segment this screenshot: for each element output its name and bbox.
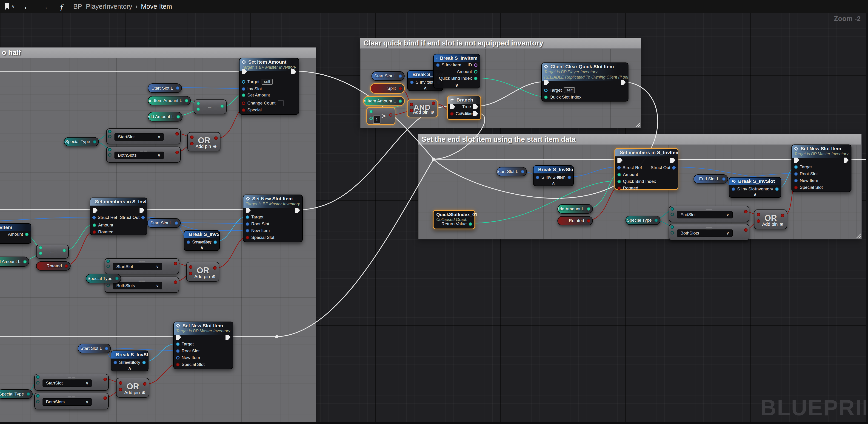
pin-enum-in[interactable] — [108, 148, 112, 151]
breadcrumb-blueprint[interactable]: BP_PlayerInventory — [73, 3, 132, 10]
pin-struct-ref[interactable]: Struct Ref — [617, 165, 642, 170]
variable-pill-start-slot-end[interactable]: Start Slot L — [497, 167, 527, 176]
pin-target[interactable]: Target — [246, 215, 264, 220]
pin-exec[interactable] — [190, 135, 193, 139]
pin-root-slot[interactable]: Root Slot — [176, 349, 199, 354]
graph-canvas[interactable]: Zoom -2 BLUEPRINT o halfClear quick bind… — [0, 13, 868, 424]
pin-id[interactable]: ID — [468, 63, 477, 68]
pin-new-item[interactable]: New Item — [246, 228, 270, 233]
node-break-invslot-right[interactable]: Break S_InvSlotS Inv SlotInventory∧ — [729, 177, 781, 198]
variable-pill-split[interactable]: Split — [370, 83, 405, 94]
pin-item[interactable]: Item — [557, 175, 571, 180]
pin-struct-out[interactable]: Struct Out — [651, 165, 675, 170]
pin-target[interactable]: Targetself — [242, 79, 273, 85]
op-node-greater[interactable]: >1 — [366, 107, 395, 125]
pin-result-out[interactable] — [744, 210, 748, 214]
node-set-new-slot-item-right[interactable]: Set New Slot ItemTarget is BP Master Inv… — [792, 144, 851, 192]
add-pin-button[interactable]: Add pin⊕ — [194, 274, 216, 279]
pin-exec[interactable] — [93, 208, 98, 213]
node-break-invitem-left[interactable]: Break S_InvItemS Inv ItemAmount∨ — [0, 223, 31, 244]
enum-dropdown[interactable]: StartSlot∨ — [113, 263, 162, 270]
pin-result-out[interactable] — [103, 396, 107, 400]
variable-pin-icon[interactable] — [105, 347, 108, 350]
variable-pill-add-amount-left[interactable]: Add Amount L — [0, 257, 29, 267]
pin-enum-in[interactable] — [36, 375, 39, 379]
pin-result-out[interactable] — [174, 281, 177, 284]
variable-pin-icon[interactable] — [27, 392, 30, 396]
pin-exec[interactable] — [544, 80, 549, 85]
pin-target[interactable]: Targetself — [544, 87, 575, 93]
pin-root-slot[interactable]: Root Slot — [794, 171, 818, 176]
pin-enum-in[interactable] — [36, 394, 39, 398]
variable-pin-icon[interactable] — [185, 99, 188, 102]
pin-s-inv-slot[interactable]: S Inv Slot — [732, 187, 756, 192]
node-quickslotindex[interactable]: QuickSlotIndex_01Collapsed GraphReturn V… — [433, 210, 475, 229]
pin-exec[interactable] — [176, 335, 181, 340]
pin-true[interactable]: True — [462, 104, 478, 109]
breadcrumb-graph[interactable]: Move Item — [141, 3, 172, 10]
variable-pill-start-slot-mid[interactable]: Start Slot L — [147, 218, 181, 228]
pin-exec[interactable] — [39, 246, 42, 250]
add-pin-button[interactable]: Add pin⊕ — [195, 143, 217, 149]
comment-header-set-end-slot[interactable]: Set the end slot item using the start it… — [418, 134, 861, 145]
variable-pill-rotated-left[interactable]: Rotated — [36, 261, 70, 270]
node-set-members-right[interactable]: Set members in S_InvItemStruct RefStruct… — [615, 148, 678, 190]
node-set-members-left[interactable]: Set members in S_InvItemStruct RefStruct… — [90, 198, 147, 235]
pin-exec[interactable] — [39, 252, 42, 255]
op-node-or-right[interactable]: ORAdd pin⊕ — [754, 209, 787, 229]
pin-rotated[interactable]: Rotated — [93, 229, 114, 234]
enum-dropdown[interactable]: StartSlot∨ — [115, 133, 164, 140]
variable-pill-special-type-mid[interactable]: Special Type — [86, 274, 121, 283]
pin-exec[interactable] — [450, 104, 455, 109]
variable-pill-start-slot-cmt[interactable]: Start Slot L — [371, 71, 405, 81]
variable-pill-special-type-top[interactable]: Special Type — [64, 137, 99, 146]
comment-header-clear-quick-bind[interactable]: Clear quick bind if end slot is not equi… — [360, 38, 641, 49]
pin-s-inv-item[interactable]: S Inv Item — [436, 63, 461, 68]
pin-exec[interactable] — [119, 381, 122, 385]
variable-pill-start-slot-top[interactable]: Start Slot L — [148, 84, 182, 93]
variable-pill-start-item-amount-top[interactable]: Start Item Amount L — [148, 96, 191, 105]
node-break-invitem-cmt[interactable]: Break S_InvItemS Inv ItemIDAmountQuick B… — [433, 54, 480, 89]
pin-new-item[interactable]: New Item — [794, 178, 818, 183]
pin-exec[interactable] — [369, 117, 373, 120]
pin-exec[interactable] — [794, 158, 799, 163]
pin-rotated[interactable]: Rotated — [617, 186, 638, 191]
pin-exec[interactable] — [844, 158, 849, 163]
pin-exec[interactable] — [757, 213, 760, 216]
pin-enum-value[interactable] — [108, 153, 112, 157]
pin-enum-value[interactable] — [106, 284, 110, 287]
pin-exec[interactable] — [242, 69, 247, 74]
pin-set-amount[interactable]: Set Amount — [242, 93, 270, 98]
node-set-new-slot-item-mid[interactable]: Set New Slot ItemTarget is BP Master Inv… — [243, 195, 303, 242]
variable-pin-icon[interactable] — [175, 221, 178, 225]
pin-exec[interactable] — [196, 107, 200, 111]
pin-exec[interactable] — [432, 101, 435, 105]
back-button[interactable]: ← — [23, 2, 32, 11]
variable-pill-start-slot-bot[interactable]: Start Slot L — [78, 344, 111, 353]
bool-checkbox[interactable] — [278, 100, 284, 106]
pin-quick-bind-index[interactable]: Quick Bind Index — [439, 76, 477, 81]
eq-node-eq-top-startslot[interactable]: ==StartSlot∨ — [106, 128, 181, 144]
node-set-new-slot-item-bot[interactable]: Set New Slot ItemTarget is BP Master Inv… — [173, 322, 233, 369]
add-pin-button[interactable]: Add pin⊕ — [124, 390, 146, 395]
eq-node-eq-top-bothslots[interactable]: ==BothSlots∨ — [106, 146, 181, 163]
pin-amount[interactable]: Amount — [617, 172, 638, 177]
eq-node-eq-bot-bothslots[interactable]: ==BothSlots∨ — [34, 393, 109, 409]
pin-exec[interactable] — [617, 158, 622, 163]
collapse-chevron-icon[interactable]: ∧ — [111, 366, 148, 370]
pin-exec[interactable] — [220, 104, 224, 108]
variable-pin-icon[interactable] — [177, 115, 180, 119]
pin-target[interactable]: Target — [176, 341, 194, 347]
pin-enum-in[interactable] — [106, 260, 110, 263]
comment-resize-handle[interactable] — [635, 122, 640, 127]
pin-false[interactable]: False — [460, 111, 478, 116]
node-set-item-amount[interactable]: Set Item AmountTarget is BP Master Inven… — [239, 58, 299, 115]
variable-pin-icon[interactable] — [587, 207, 590, 210]
variable-pill-add-amount-top[interactable]: Add Amount L — [148, 112, 183, 122]
pin-special-slot[interactable]: Special Slot — [794, 185, 823, 190]
pin-enum-value[interactable] — [671, 231, 674, 234]
comment-header-split-half[interactable]: o half — [0, 47, 316, 58]
variable-pin-icon[interactable] — [23, 260, 27, 263]
pin-enum-value[interactable] — [108, 135, 112, 138]
enum-dropdown[interactable]: EndSlot∨ — [677, 211, 733, 219]
